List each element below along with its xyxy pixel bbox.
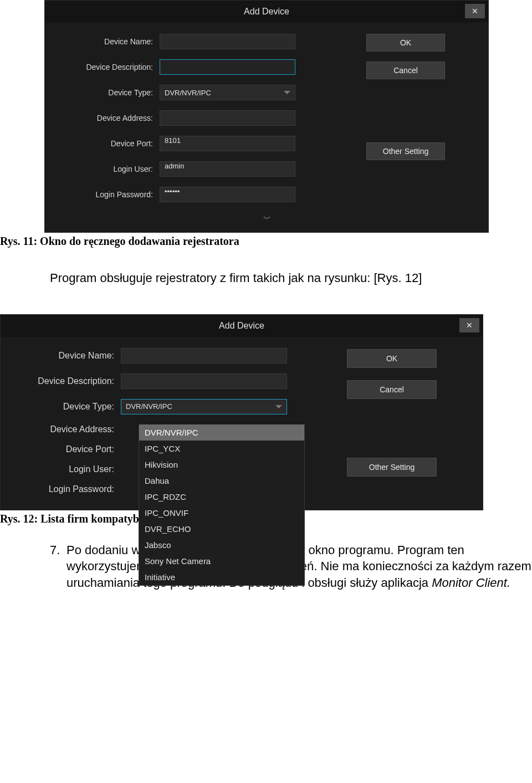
dropdown-item[interactable]: IPC_YCX	[139, 441, 304, 457]
dropdown-item[interactable]: DVR_ECHO	[139, 521, 304, 537]
device-name-input[interactable]	[121, 348, 287, 364]
titlebar: Add Device ✕	[45, 1, 488, 23]
label-login-password: Login Password:	[56, 190, 160, 199]
device-type-value: DVR/NVR/IPC	[126, 402, 172, 411]
cancel-button[interactable]: Cancel	[366, 62, 445, 79]
label-login-user: Login User:	[12, 464, 121, 474]
label-device-description: Device Description:	[56, 63, 160, 71]
close-icon: ✕	[472, 7, 478, 16]
login-password-input[interactable]: ••••••	[160, 187, 295, 202]
dropdown-item[interactable]: DVR/NVR/IPC	[139, 424, 304, 441]
device-port-input[interactable]: 8101	[160, 136, 295, 151]
chevron-down-icon	[275, 405, 282, 408]
device-type-select[interactable]: DVR/NVR/IPC	[160, 85, 295, 100]
close-icon: ✕	[466, 321, 473, 330]
device-type-dropdown: DVR/NVR/IPCIPC_YCXHikvisionDahuaIPC_RDZC…	[139, 424, 305, 586]
dropdown-item[interactable]: IPC_ONVIF	[139, 505, 304, 521]
dialog-body: Device Name: Device Description: Device …	[45, 23, 488, 232]
dialog-title: Add Device	[244, 7, 289, 17]
label-device-address: Device Address:	[12, 424, 121, 434]
device-address-input[interactable]	[160, 110, 295, 126]
list-number: 7.	[50, 542, 66, 591]
titlebar: Add Device ✕	[1, 315, 483, 337]
close-button[interactable]: ✕	[459, 318, 479, 332]
dropdown-item[interactable]: Initiative	[139, 569, 304, 585]
device-description-input[interactable]	[121, 373, 287, 389]
device-description-input[interactable]	[160, 59, 295, 75]
other-setting-button[interactable]: Other Setting	[347, 458, 437, 477]
expand-chevron-icon: ︾	[263, 214, 270, 224]
device-name-input[interactable]	[160, 34, 295, 49]
ok-button[interactable]: OK	[347, 349, 437, 368]
label-device-name: Device Name:	[56, 37, 160, 46]
label-device-port: Device Port:	[12, 444, 121, 454]
add-device-dialog-1: Add Device ✕ Device Name: Device Descrip…	[44, 0, 489, 233]
device-type-value: DVR/NVR/IPC	[165, 89, 211, 97]
label-device-type: Device Type:	[12, 402, 121, 412]
device-type-select[interactable]: DVR/NVR/IPC	[121, 399, 287, 414]
side-buttons: OK Cancel Other Setting	[347, 349, 437, 477]
dropdown-item[interactable]: Hikvision	[139, 457, 304, 473]
side-buttons: OK Cancel Other Setting	[366, 34, 445, 160]
other-setting-button[interactable]: Other Setting	[366, 142, 445, 160]
label-device-address: Device Address:	[56, 114, 160, 122]
dropdown-item[interactable]: Sony Net Camera	[139, 553, 304, 569]
dropdown-item[interactable]: IPC_RDZC	[139, 489, 304, 505]
expand-toggle[interactable]: ︾	[56, 212, 477, 227]
cancel-button[interactable]: Cancel	[347, 380, 437, 399]
close-button[interactable]: ✕	[465, 4, 485, 18]
label-device-port: Device Port:	[56, 139, 160, 148]
label-device-description: Device Description:	[12, 376, 121, 386]
para7-italic: Monitor Client.	[432, 576, 510, 590]
label-device-name: Device Name:	[12, 351, 121, 361]
chevron-down-icon	[284, 91, 290, 94]
figure-caption-11: Rys. 11: Okno do ręcznego dodawania reje…	[0, 235, 532, 248]
ok-button[interactable]: OK	[366, 34, 445, 52]
body-paragraph: Program obsługuje rejestratory z firm ta…	[50, 270, 515, 286]
label-login-password: Login Password:	[12, 484, 121, 494]
dropdown-item[interactable]: Jabsco	[139, 537, 304, 553]
label-device-type: Device Type:	[56, 88, 160, 97]
dropdown-item[interactable]: Dahua	[139, 473, 304, 489]
label-login-user: Login User:	[56, 165, 160, 173]
dialog-title: Add Device	[219, 321, 264, 331]
login-user-input[interactable]: admin	[160, 161, 295, 177]
